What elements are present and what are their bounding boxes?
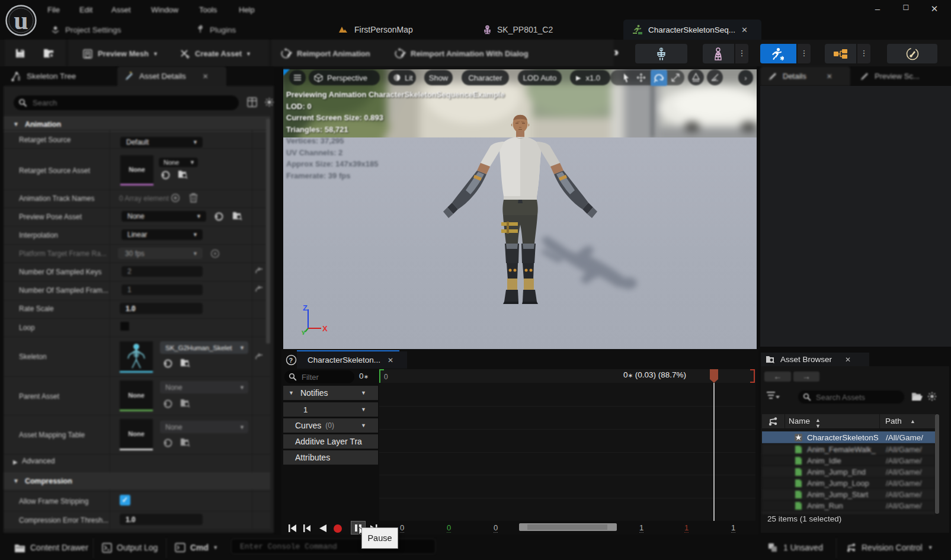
- svg-text:?: ?: [289, 357, 293, 364]
- svg-text:✱: ✱: [780, 55, 784, 62]
- svg-text:u: u: [14, 6, 28, 35]
- svg-text:Z: Z: [303, 303, 308, 312]
- svg-text:y: y: [302, 328, 306, 335]
- svg-text:X: X: [322, 324, 328, 333]
